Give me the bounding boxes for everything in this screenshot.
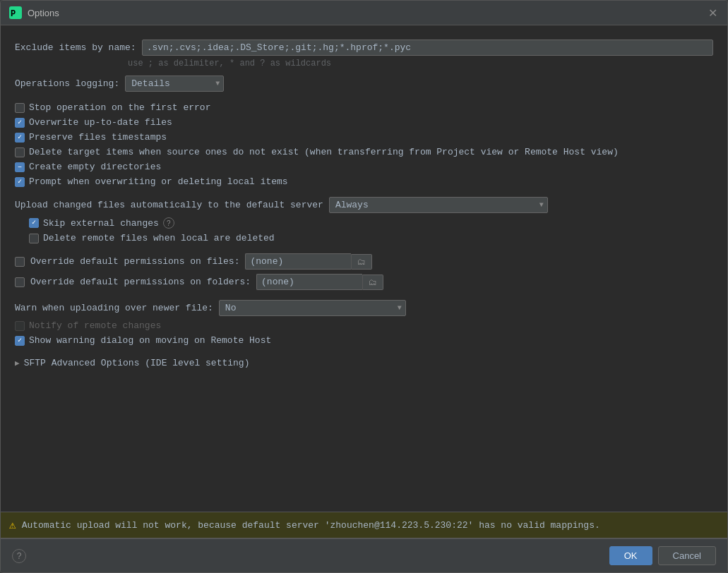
help-button[interactable]: ? (12, 549, 26, 563)
warn-select-wrapper: No Yes ▼ (219, 300, 406, 316)
stop-operation-label: Stop operation on the first error (29, 102, 210, 113)
override-files-input-wrapper: 🗂 (245, 253, 372, 270)
warn-row: Warn when uploading over newer file: No … (15, 298, 713, 318)
options-dialog: P Options ✕ Exclude items by name: use ;… (0, 0, 728, 573)
override-folders-input-wrapper: 🗂 (256, 274, 383, 290)
override-folders-row: Override default permissions on folders:… (15, 272, 713, 292)
override-files-folder-button[interactable]: 🗂 (351, 254, 372, 270)
sftp-expand-arrow[interactable]: ▶ (15, 358, 20, 368)
show-warning-label: Show warning dialog on moving on Remote … (29, 335, 271, 346)
warn-label: Warn when uploading over newer file: (15, 303, 213, 313)
sftp-section: ▶ SFTP Advanced Options (IDE level setti… (15, 354, 713, 373)
delete-remote-row: Delete remote files when local are delet… (15, 231, 713, 246)
warn-select[interactable]: No Yes (219, 300, 406, 316)
override-files-row: Override default permissions on files: 🗂 (15, 251, 713, 272)
exclude-label: Exclude items by name: (15, 42, 136, 53)
overwrite-label: Overwrite up-to-date files (29, 117, 172, 128)
delete-remote-label: Delete remote files when local are delet… (43, 233, 275, 243)
skip-external-checkbox[interactable] (29, 218, 39, 228)
override-folders-checkbox[interactable] (15, 277, 25, 287)
upload-row: Upload changed files automatically to th… (15, 195, 713, 215)
override-folders-input[interactable] (256, 274, 362, 290)
notify-remote-row: Notify of remote changes (15, 318, 713, 333)
delete-target-checkbox[interactable] (15, 147, 25, 157)
create-empty-dirs-checkbox[interactable] (15, 162, 25, 172)
delete-target-row: Delete target items when source ones do … (15, 145, 713, 159)
preserve-timestamps-label: Preserve files timestamps (29, 132, 167, 143)
dialog-content: Exclude items by name: use ; as delimite… (1, 25, 727, 512)
operations-row: Operations logging: Details Summary None… (15, 73, 713, 95)
prompt-overwriting-checkbox[interactable] (15, 177, 25, 187)
close-button[interactable]: ✕ (706, 6, 719, 19)
preserve-timestamps-row: Preserve files timestamps (15, 130, 713, 145)
stop-operation-row: Stop operation on the first error (15, 100, 713, 115)
title-bar-left: P Options (9, 6, 59, 19)
upload-label: Upload changed files automatically to th… (15, 200, 323, 210)
operations-select-wrapper: Details Summary None ▼ (125, 76, 224, 92)
operations-select[interactable]: Details Summary None (125, 76, 224, 92)
stop-operation-checkbox[interactable] (15, 103, 25, 113)
footer: ? OK Cancel (1, 538, 727, 572)
override-folders-label: Override default permissions on folders: (30, 277, 251, 287)
create-empty-dirs-label: Create empty directories (29, 162, 161, 172)
folder-icon: 🗂 (357, 257, 366, 267)
notify-remote-checkbox[interactable] (15, 321, 25, 331)
create-empty-dirs-row: Create empty directories (15, 159, 713, 174)
overwrite-checkbox[interactable] (15, 118, 25, 128)
override-files-checkbox[interactable] (15, 257, 25, 267)
prompt-overwriting-label: Prompt when overwriting or deleting loca… (29, 176, 288, 187)
override-files-label: Override default permissions on files: (30, 256, 239, 267)
ok-button[interactable]: OK (609, 546, 652, 565)
exclude-row: Exclude items by name: (15, 37, 713, 59)
notify-remote-label: Notify of remote changes (29, 320, 161, 331)
folder-icon-2: 🗂 (369, 277, 377, 287)
skip-external-row: Skip external changes ? (15, 215, 713, 231)
show-warning-checkbox[interactable] (15, 336, 25, 346)
operations-label: Operations logging: (15, 78, 119, 89)
dialog-title: Options (28, 8, 59, 18)
preserve-timestamps-checkbox[interactable] (15, 133, 25, 143)
skip-external-label: Skip external changes (43, 218, 159, 229)
app-icon: P (9, 6, 22, 19)
show-warning-row: Show warning dialog on moving on Remote … (15, 333, 713, 348)
skip-external-help-icon[interactable]: ? (163, 217, 174, 229)
title-bar: P Options ✕ (1, 1, 727, 25)
cancel-button[interactable]: Cancel (658, 546, 716, 565)
warning-message: Automatic upload will not work, because … (22, 520, 600, 531)
delete-remote-checkbox[interactable] (29, 234, 39, 243)
override-files-input[interactable] (245, 253, 351, 270)
svg-text:P: P (11, 9, 16, 19)
sftp-label: SFTP Advanced Options (IDE level setting… (24, 358, 250, 368)
exclude-input[interactable] (142, 40, 713, 56)
overwrite-row: Overwrite up-to-date files (15, 115, 713, 130)
delete-target-label: Delete target items when source ones do … (29, 147, 619, 157)
exclude-hint: use ; as delimiter, * and ? as wildcards (15, 59, 713, 73)
override-folders-folder-button[interactable]: 🗂 (362, 275, 383, 290)
footer-buttons: OK Cancel (609, 546, 716, 565)
warning-bar: ⚠ Automatic upload will not work, becaus… (1, 512, 727, 538)
upload-select[interactable]: Always Never On explicit save action (329, 197, 548, 213)
warning-icon: ⚠ (9, 518, 16, 532)
upload-select-wrapper: Always Never On explicit save action ▼ (329, 197, 548, 213)
prompt-overwriting-row: Prompt when overwriting or deleting loca… (15, 174, 713, 189)
